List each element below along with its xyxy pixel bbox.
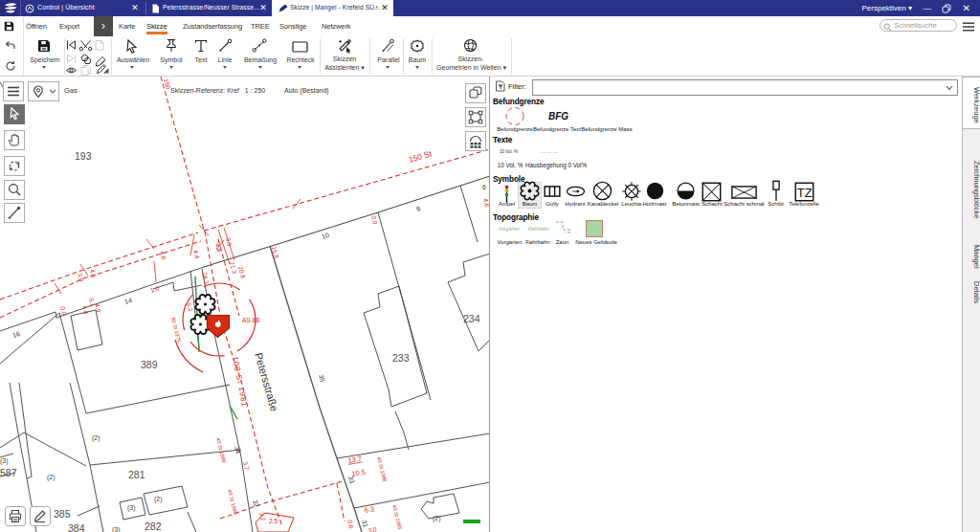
svg-text:TZ: TZ <box>797 186 813 200</box>
svg-text:16: 16 <box>11 330 21 339</box>
svg-text:21.3: 21.3 <box>229 261 238 275</box>
svg-text:150 St: 150 St <box>408 148 434 165</box>
svg-text:1.0: 1.0 <box>149 284 160 294</box>
svg-text:13.7: 13.7 <box>347 454 363 465</box>
svg-text:100 St 1981: 100 St 1981 <box>231 356 249 409</box>
svg-text:3.2: 3.2 <box>258 512 267 522</box>
svg-text:(3): (3) <box>127 504 136 512</box>
svg-text:40 St 1965: 40 St 1965 <box>391 504 403 530</box>
svg-text:6.3: 6.3 <box>364 504 375 515</box>
svg-text:35: 35 <box>318 374 326 383</box>
svg-text:(2): (2) <box>433 515 441 522</box>
svg-text:40 St 1968: 40 St 1968 <box>215 437 227 463</box>
svg-text:(3): (3) <box>0 457 9 465</box>
svg-text:8: 8 <box>415 205 421 212</box>
svg-text:20.8: 20.8 <box>237 266 247 279</box>
svg-text:14: 14 <box>123 297 133 305</box>
svg-text:587: 587 <box>0 467 17 478</box>
svg-text:384: 384 <box>68 522 85 532</box>
svg-text:4.4: 4.4 <box>214 243 223 254</box>
svg-text:4.6: 4.6 <box>89 269 98 279</box>
svg-text:10: 10 <box>321 232 330 240</box>
svg-text:282: 282 <box>145 521 162 532</box>
svg-text:24.3: 24.3 <box>201 272 211 285</box>
svg-text:15.8: 15.8 <box>271 246 280 259</box>
svg-text:4.4: 4.4 <box>192 250 201 260</box>
svg-text:3.0: 3.0 <box>368 525 377 532</box>
svg-text:234: 234 <box>463 313 480 324</box>
svg-text:2.5: 2.5 <box>269 518 278 524</box>
svg-text:40 St 1966: 40 St 1966 <box>376 456 388 482</box>
svg-text:4.9: 4.9 <box>94 303 102 314</box>
svg-text:3.9: 3.9 <box>225 237 234 248</box>
svg-text:AS-88: AS-88 <box>242 317 259 323</box>
svg-text:389: 389 <box>141 359 158 370</box>
svg-text:233: 233 <box>392 352 410 364</box>
svg-text:80 St 1975: 80 St 1975 <box>170 317 182 343</box>
svg-text:0.6: 0.6 <box>346 520 355 530</box>
svg-text:(2): (2) <box>47 474 56 481</box>
svg-text:40 St 1968: 40 St 1968 <box>227 489 238 515</box>
svg-text:4.6: 4.6 <box>482 198 489 209</box>
svg-text:385: 385 <box>54 508 71 520</box>
svg-text:32: 32 <box>252 499 260 508</box>
svg-text:10.5: 10.5 <box>351 468 367 478</box>
svg-text:(2): (2) <box>154 496 163 503</box>
svg-text:193: 193 <box>75 150 92 162</box>
svg-text:(3): (3) <box>112 526 121 532</box>
svg-text:4.8: 4.8 <box>159 251 167 261</box>
svg-text:4.4: 4.4 <box>81 305 90 316</box>
svg-text:6: 6 <box>482 184 486 190</box>
svg-text:0.0: 0.0 <box>370 215 379 226</box>
svg-text:5.3: 5.3 <box>186 302 194 313</box>
svg-text:(2): (2) <box>92 434 100 442</box>
svg-text:281: 281 <box>128 469 145 480</box>
svg-text:Petersstraße: Petersstraße <box>253 351 280 412</box>
